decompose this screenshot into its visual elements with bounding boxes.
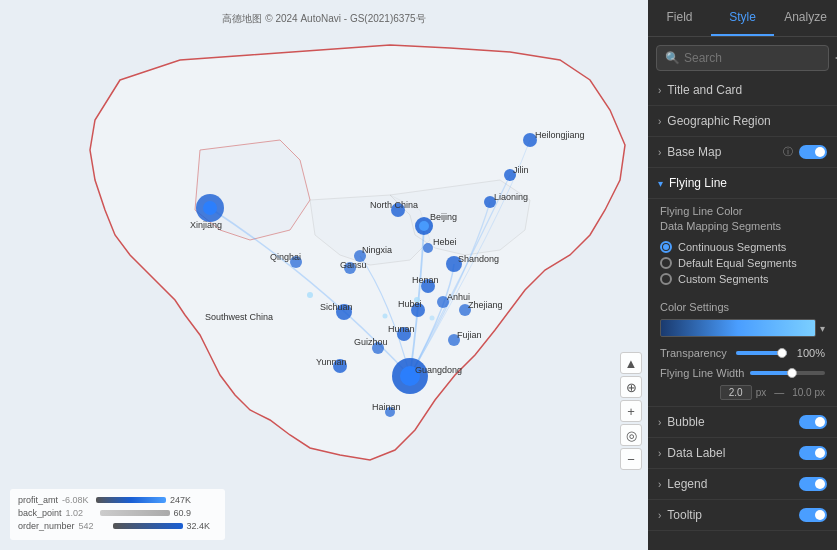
color-bar-row: ▾: [648, 317, 837, 343]
svg-text:Heilongjiang: Heilongjiang: [535, 130, 585, 140]
transparency-row: Transparency 100%: [648, 343, 837, 363]
svg-text:North China: North China: [370, 200, 418, 210]
width-values-row: px — 10.0 px: [648, 383, 837, 406]
section-tooltip[interactable]: › Tooltip: [648, 500, 837, 531]
flying-line-color-label: Flying Line Color: [660, 205, 825, 217]
data-mapping-label: Data Mapping Segments: [660, 220, 825, 232]
svg-point-2: [383, 314, 388, 319]
svg-text:Hainan: Hainan: [372, 402, 401, 412]
flying-line-section: ▾ Flying Line Flying Line Color Data Map…: [648, 168, 837, 406]
svg-text:Yunnan: Yunnan: [316, 357, 347, 367]
svg-point-4: [430, 316, 435, 321]
map-watermark: 高德地图 © 2024 AutoNavi - GS(2021)6375号: [222, 12, 425, 26]
svg-point-19: [423, 243, 433, 253]
section-bubble[interactable]: › Bubble: [648, 407, 837, 438]
panel-tabs: Field Style Analyze: [648, 0, 837, 37]
svg-text:Hebei: Hebei: [433, 237, 457, 247]
map-zoom-out-btn[interactable]: −: [620, 448, 642, 470]
svg-text:Xinjiang: Xinjiang: [190, 220, 222, 230]
section-geographic-region[interactable]: › Geographic Region: [648, 106, 837, 137]
svg-text:Ningxia: Ningxia: [362, 245, 392, 255]
svg-text:Hunan: Hunan: [388, 324, 415, 334]
radio-custom-icon: [660, 273, 672, 285]
flying-line-content: Flying Line Color Data Mapping Segments …: [648, 199, 837, 297]
data-label-toggle[interactable]: [799, 446, 827, 460]
svg-text:Shandong: Shandong: [458, 254, 499, 264]
color-settings-label: Color Settings: [648, 297, 837, 317]
chevron-right-icon: ›: [658, 479, 661, 490]
color-bar-dropdown-icon[interactable]: ▾: [820, 323, 825, 334]
svg-text:Zhejiang: Zhejiang: [468, 300, 503, 310]
svg-text:Fujian: Fujian: [457, 330, 482, 340]
chevron-right-icon: ›: [658, 116, 661, 127]
tab-style[interactable]: Style: [711, 0, 774, 36]
tab-analyze[interactable]: Analyze: [774, 0, 837, 36]
chevron-right-icon: ›: [658, 147, 661, 158]
svg-text:Henan: Henan: [412, 275, 439, 285]
map-controls: ▲ ⊕ + ◎ −: [620, 352, 642, 470]
bubble-toggle[interactable]: [799, 415, 827, 429]
search-input[interactable]: [684, 51, 834, 65]
section-title-card[interactable]: › Title and Card: [648, 75, 837, 106]
svg-text:Guangdong: Guangdong: [415, 365, 462, 375]
svg-text:Hubei: Hubei: [398, 299, 422, 309]
color-bar[interactable]: [660, 319, 816, 337]
info-icon: ⓘ: [783, 145, 793, 159]
search-bar[interactable]: 🔍 ⋯: [656, 45, 829, 71]
section-base-map[interactable]: › Base Map ⓘ: [648, 137, 837, 168]
svg-text:Qinghai: Qinghai: [270, 252, 301, 262]
flying-line-width-slider[interactable]: [750, 371, 825, 375]
flying-line-header[interactable]: ▾ Flying Line: [648, 168, 837, 199]
map-zoom-in-btn[interactable]: +: [620, 400, 642, 422]
svg-text:Liaoning: Liaoning: [494, 192, 528, 202]
map-locate-btn[interactable]: ◎: [620, 424, 642, 446]
svg-text:Gansu: Gansu: [340, 260, 367, 270]
transparency-slider[interactable]: [736, 351, 787, 355]
map-container[interactable]: Heilongjiang Jilin Liaoning North China …: [0, 0, 648, 550]
map-legend: profit_amt -6.08K 247K back_point 1.02 6…: [10, 489, 225, 540]
svg-point-10: [203, 201, 217, 215]
chevron-right-icon: ›: [658, 448, 661, 459]
svg-text:Anhui: Anhui: [447, 292, 470, 302]
base-map-toggle[interactable]: [799, 145, 827, 159]
section-legend[interactable]: › Legend: [648, 469, 837, 500]
map-triangle-btn[interactable]: ▲: [620, 352, 642, 374]
tab-field[interactable]: Field: [648, 0, 711, 36]
chevron-down-icon: ▾: [658, 178, 663, 189]
chevron-right-icon: ›: [658, 85, 661, 96]
svg-point-8: [419, 221, 429, 231]
chevron-right-icon: ›: [658, 510, 661, 521]
legend-toggle[interactable]: [799, 477, 827, 491]
svg-text:Jilin: Jilin: [513, 165, 529, 175]
chevron-right-icon: ›: [658, 417, 661, 428]
svg-text:Beijing: Beijing: [430, 212, 457, 222]
segment-radio-group: Continuous Segments Default Equal Segmen…: [660, 237, 825, 291]
radio-custom[interactable]: Custom Segments: [660, 273, 825, 285]
right-panel: Field Style Analyze 🔍 ⋯ › Title and Card…: [648, 0, 837, 550]
flying-line-width-row: Flying Line Width: [648, 363, 837, 383]
svg-text:Guizhou: Guizhou: [354, 337, 388, 347]
svg-text:Southwest China: Southwest China: [205, 312, 273, 322]
tooltip-toggle[interactable]: [799, 508, 827, 522]
svg-point-1: [307, 292, 313, 298]
radio-default-equal-icon: [660, 257, 672, 269]
radio-default-equal[interactable]: Default Equal Segments: [660, 257, 825, 269]
radio-continuous[interactable]: Continuous Segments: [660, 241, 825, 253]
svg-text:Sichuan: Sichuan: [320, 302, 353, 312]
search-icon: 🔍: [665, 51, 680, 65]
section-data-label[interactable]: › Data Label: [648, 438, 837, 469]
width-min-input[interactable]: [720, 385, 752, 400]
map-crosshair-btn[interactable]: ⊕: [620, 376, 642, 398]
radio-continuous-icon: [660, 241, 672, 253]
